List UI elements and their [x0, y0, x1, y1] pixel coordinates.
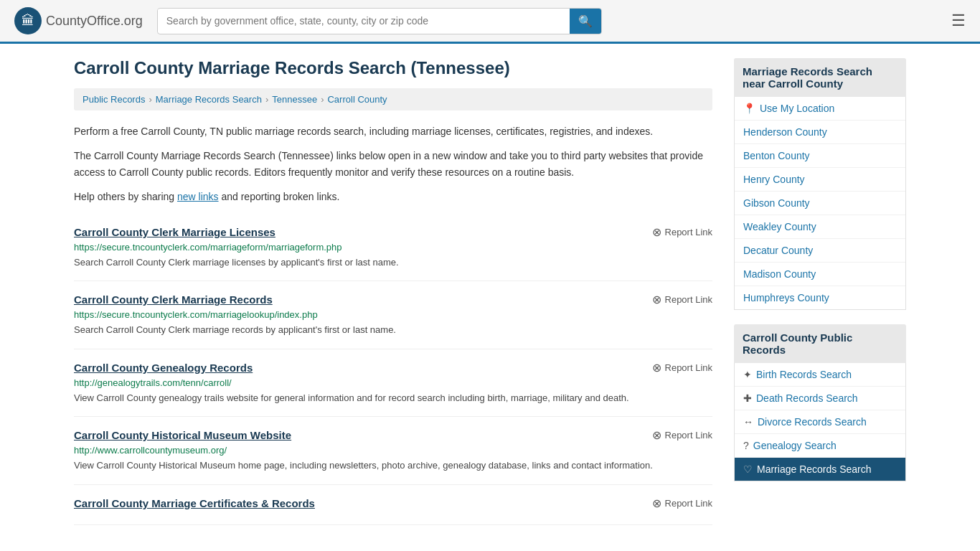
list-item[interactable]: ✚ Death Records Search	[735, 387, 905, 410]
search-bar: 🔍	[157, 8, 602, 34]
genealogy-records-link[interactable]: Genealogy Search	[753, 440, 837, 451]
list-item[interactable]: Weakley County	[735, 215, 905, 239]
breadcrumb-marriage-records-search[interactable]: Marriage Records Search	[156, 94, 262, 105]
description-3: Help others by sharing new links and rep…	[74, 189, 712, 204]
birth-icon: ✦	[743, 369, 752, 380]
report-icon: ⊗	[652, 293, 661, 306]
list-item[interactable]: ♡ Marriage Records Search	[735, 458, 905, 481]
breadcrumb: Public Records › Marriage Records Search…	[74, 88, 712, 110]
death-records-link[interactable]: Death Records Search	[756, 392, 858, 404]
record-item: Carroll County Clerk Marriage Licenses ⊗…	[74, 214, 712, 282]
logo-text: CountyOffice.org	[46, 14, 143, 29]
report-icon: ⊗	[652, 225, 661, 239]
nearby-counties-heading: Marriage Records Search near Carroll Cou…	[734, 58, 906, 97]
content-area: Carroll County Marriage Records Search (…	[74, 58, 712, 525]
list-item[interactable]: Decatur County	[735, 239, 905, 263]
public-records-list: ✦ Birth Records Search ✚ Death Records S…	[734, 363, 906, 481]
nearby-counties-section: Marriage Records Search near Carroll Cou…	[734, 58, 906, 310]
report-link-button[interactable]: ⊗ Report Link	[652, 225, 712, 239]
menu-button[interactable]: ☰	[951, 11, 966, 30]
decatur-county-link[interactable]: Decatur County	[743, 245, 813, 256]
records-list: Carroll County Clerk Marriage Licenses ⊗…	[74, 214, 712, 525]
list-item[interactable]: Gibson County	[735, 192, 905, 215]
public-records-section: Carroll County Public Records ✦ Birth Re…	[734, 324, 906, 481]
breadcrumb-public-records[interactable]: Public Records	[83, 94, 145, 105]
gibson-county-link[interactable]: Gibson County	[743, 197, 810, 209]
list-item[interactable]: Henderson County	[735, 121, 905, 144]
divorce-records-link[interactable]: Divorce Records Search	[758, 416, 867, 428]
list-item[interactable]: Humphreys County	[735, 286, 905, 309]
record-url[interactable]: http://genealogytrails.com/tenn/carroll/	[74, 377, 712, 388]
record-item: Carroll County Clerk Marriage Records ⊗ …	[74, 281, 712, 349]
record-item: Carroll County Genealogy Records ⊗ Repor…	[74, 349, 712, 418]
use-location-item[interactable]: 📍 Use My Location	[735, 97, 905, 121]
list-item[interactable]: Madison County	[735, 263, 905, 286]
list-item[interactable]: ? Genealogy Search	[735, 434, 905, 458]
search-button[interactable]: 🔍	[570, 9, 601, 34]
record-desc: View Carroll County genealogy trails web…	[74, 391, 712, 405]
report-link-button[interactable]: ⊗ Report Link	[652, 293, 712, 306]
public-records-heading: Carroll County Public Records	[734, 324, 906, 363]
marriage-icon: ♡	[743, 463, 753, 475]
divorce-icon: ↔	[743, 416, 753, 428]
hamburger-icon: ☰	[951, 11, 966, 29]
logo-icon: 🏛	[14, 7, 42, 34]
description-2: The Carroll County Marriage Records Sear…	[74, 148, 712, 180]
list-item[interactable]: Benton County	[735, 144, 905, 168]
record-title[interactable]: Carroll County Clerk Marriage Records	[74, 293, 273, 306]
search-icon: 🔍	[578, 15, 593, 27]
madison-county-link[interactable]: Madison County	[743, 268, 816, 280]
main-container: Carroll County Marriage Records Search (…	[60, 44, 920, 540]
record-item: Carroll County Historical Museum Website…	[74, 417, 712, 485]
record-title[interactable]: Carroll County Clerk Marriage Licenses	[74, 226, 275, 238]
record-title[interactable]: Carroll County Genealogy Records	[74, 362, 253, 374]
record-desc: View Carroll County Historical Museum ho…	[74, 458, 712, 473]
list-item[interactable]: Henry County	[735, 168, 905, 192]
record-desc: Search Carroll County Clerk marriage rec…	[74, 323, 712, 337]
breadcrumb-carroll-county[interactable]: Carroll County	[327, 94, 387, 105]
search-input[interactable]	[158, 9, 570, 32]
record-url[interactable]: https://secure.tncountyclerk.com/marriag…	[74, 242, 712, 253]
humphreys-county-link[interactable]: Humphreys County	[743, 292, 829, 303]
list-item[interactable]: ↔ Divorce Records Search	[735, 410, 905, 434]
report-icon: ⊗	[652, 428, 661, 442]
record-title[interactable]: Carroll County Marriage Certificates & R…	[74, 497, 315, 509]
description-1: Perform a free Carroll County, TN public…	[74, 123, 712, 139]
record-url[interactable]: http://www.carrollcountymuseum.org/	[74, 445, 712, 456]
genealogy-icon: ?	[743, 440, 749, 451]
use-location-link[interactable]: Use My Location	[760, 103, 834, 114]
marriage-records-link[interactable]: Marriage Records Search	[757, 463, 872, 475]
site-header: 🏛 CountyOffice.org 🔍 ☰	[0, 0, 980, 44]
nearby-counties-list: 📍 Use My Location Henderson County Bento…	[734, 97, 906, 310]
report-icon: ⊗	[652, 496, 661, 510]
list-item[interactable]: ✦ Birth Records Search	[735, 363, 905, 387]
page-title: Carroll County Marriage Records Search (…	[74, 58, 712, 78]
birth-records-link[interactable]: Birth Records Search	[756, 369, 852, 380]
record-url[interactable]: https://secure.tncountyclerk.com/marriag…	[74, 309, 712, 320]
record-title[interactable]: Carroll County Historical Museum Website	[74, 429, 291, 441]
report-link-button[interactable]: ⊗ Report Link	[652, 496, 712, 510]
sidebar: Marriage Records Search near Carroll Cou…	[734, 58, 906, 525]
report-link-button[interactable]: ⊗ Report Link	[652, 428, 712, 442]
benton-county-link[interactable]: Benton County	[743, 150, 810, 161]
death-icon: ✚	[743, 392, 752, 404]
logo-link[interactable]: 🏛 CountyOffice.org	[14, 7, 143, 34]
henry-county-link[interactable]: Henry County	[743, 174, 805, 185]
report-icon: ⊗	[652, 361, 661, 375]
breadcrumb-tennessee[interactable]: Tennessee	[272, 94, 317, 105]
location-pin-icon: 📍	[743, 103, 755, 114]
report-link-button[interactable]: ⊗ Report Link	[652, 361, 712, 375]
new-links-link[interactable]: new links	[177, 191, 219, 202]
weakley-county-link[interactable]: Weakley County	[743, 221, 816, 232]
henderson-county-link[interactable]: Henderson County	[743, 126, 827, 138]
record-desc: Search Carroll County Clerk marriage lic…	[74, 255, 712, 270]
record-item: Carroll County Marriage Certificates & R…	[74, 485, 712, 525]
